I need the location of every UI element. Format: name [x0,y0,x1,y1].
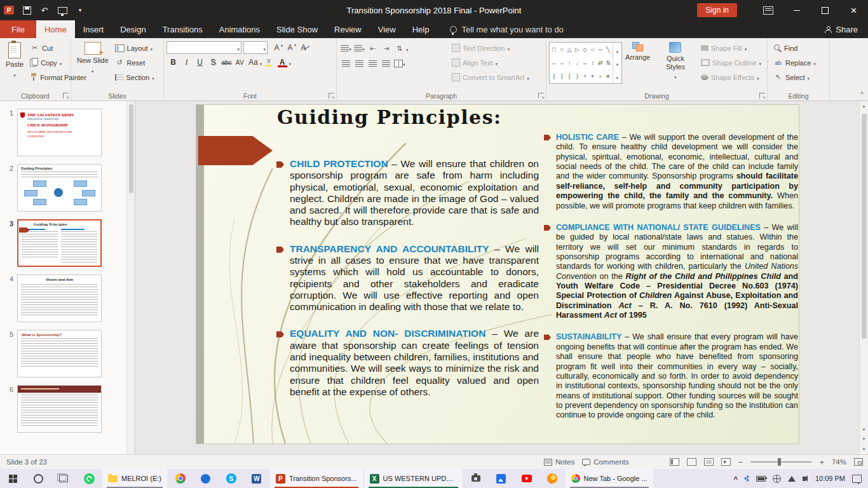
bullets-button[interactable] [339,42,353,55]
photos-button[interactable] [489,469,514,488]
camera-button[interactable] [463,469,489,488]
new-slide-button[interactable]: New Slide [74,40,112,76]
drawing-dialog-launcher[interactable] [759,93,765,98]
notification-center-icon[interactable] [852,475,862,483]
change-case-button[interactable]: Aa [247,56,260,69]
zoom-out-button[interactable]: − [738,458,743,467]
shapes-gallery[interactable]: □○△▷◇☆─╲ ←→↑↓↔↕⇄⇅ {}()+×=∗ [549,42,622,84]
shapes-scroll-up-icon[interactable] [616,44,620,55]
thumbnail-row-6[interactable]: 6 [6,385,122,433]
shape-option[interactable]: ↓ [576,60,579,66]
tab-file[interactable]: File [0,20,36,38]
paragraph-dialog-launcher[interactable] [538,93,544,98]
decrease-font-size-button[interactable]: A [283,41,297,54]
quick-styles-button[interactable]: Quick Styles [653,40,698,83]
normal-view-button[interactable] [670,458,679,466]
shape-option[interactable]: ) [576,73,578,79]
thumbnail-row-1[interactable]: 1 THE SALVATION ARMY PHILIPPINE TERRITOR… [6,109,122,156]
zoom-level[interactable]: 74% [832,458,846,466]
volume-icon[interactable] [803,477,806,481]
main-scrollbar[interactable] [859,101,868,454]
shape-option[interactable]: ⇅ [606,60,611,66]
tab-review[interactable]: Review [326,20,370,38]
align-center-button[interactable] [353,57,366,70]
powerpoint-taskbar-button[interactable]: Transition Sponsors... [270,469,363,488]
shape-option[interactable]: □ [552,46,555,53]
shape-option[interactable]: ○ [560,46,563,53]
notes-button[interactable]: Notes [544,458,574,466]
thumbnail-panel-scrollbar[interactable] [126,101,135,454]
search-button[interactable] [25,469,51,488]
fit-slide-to-window-button[interactable] [854,458,863,466]
text-shadow-button[interactable]: S [207,56,220,69]
zoom-slider-thumb[interactable] [778,458,781,466]
select-button[interactable]: Select [770,71,819,84]
scroll-down-icon[interactable] [860,444,868,454]
shape-option[interactable]: ∗ [606,73,611,79]
wifi-icon[interactable] [788,476,796,482]
slide-3[interactable]: Guiding Principles: CHILD PROTECTION – W… [196,105,799,444]
align-right-button[interactable] [366,57,379,70]
network-icon[interactable] [773,475,781,483]
reading-view-button[interactable] [704,458,714,466]
start-slideshow-button[interactable] [53,0,71,20]
maximize-button[interactable] [811,0,839,20]
tray-expand-icon[interactable] [733,473,737,484]
comments-button[interactable]: Comments [582,458,629,466]
section-button[interactable]: Section [112,71,158,84]
previous-slide-button[interactable] [860,424,868,434]
align-left-button[interactable] [339,57,353,70]
increase-font-size-button[interactable]: A [270,41,283,54]
chrome-window-button[interactable]: New Tab - Google ... [566,469,653,488]
youtube-button[interactable] [514,469,539,488]
paste-button[interactable]: Paste [3,40,27,80]
shape-outline-button[interactable]: Shape Outline [698,56,764,69]
shape-option[interactable]: ─ [599,46,602,53]
slide-left-column[interactable]: CHILD PROTECTION – We will ensure that c… [276,158,539,398]
tab-insert[interactable]: Insert [75,20,112,38]
text-direction-button[interactable]: Text Direction [449,41,532,55]
save-button[interactable] [18,0,36,20]
shape-fill-button[interactable]: Shape Fill [698,41,764,55]
slide-sorter-view-button[interactable] [687,458,696,466]
tab-help[interactable]: Help [404,20,438,38]
shape-effects-button[interactable]: Shape Effects [698,71,764,84]
start-button[interactable] [0,469,25,488]
scrollbar-thumb[interactable] [862,114,867,339]
shape-option[interactable]: + [583,73,587,79]
italic-button[interactable]: I [180,56,193,69]
character-spacing-button[interactable]: AV [233,56,247,69]
shape-option[interactable]: } [561,73,563,79]
shape-option[interactable]: ( [569,73,571,79]
slide-title[interactable]: Guiding Principles: [277,106,502,128]
replace-button[interactable]: Replace [770,56,819,69]
shape-option[interactable]: ← [552,60,557,66]
slide-thumbnail-4[interactable]: Vision and Aim [17,274,102,322]
numbering-button[interactable] [353,42,366,55]
word-button[interactable] [244,469,269,488]
collapse-ribbon-button[interactable] [860,91,864,98]
shape-option[interactable]: ↕ [591,60,594,66]
blue-app-button[interactable] [193,469,219,488]
slide-thumbnail-6[interactable] [17,385,102,433]
shape-option[interactable]: △ [567,46,572,53]
tab-home[interactable]: Home [36,20,75,38]
tab-slide-show[interactable]: Slide Show [268,20,326,38]
customize-quick-access-button[interactable] [71,0,89,20]
file-explorer-button[interactable]: MELROI (E:) [102,469,167,488]
undo-button[interactable] [36,0,53,20]
shape-option[interactable]: ◇ [583,46,587,53]
shape-option[interactable]: ╲ [606,46,609,53]
text-highlight-button[interactable] [262,56,276,69]
tab-animations[interactable]: Animations [211,20,268,38]
excel-taskbar-button[interactable]: US WESTERN UPDA... [364,469,463,488]
thumbnail-row-4[interactable]: 4 Vision and Aim [6,274,122,322]
shape-option[interactable]: → [559,60,565,66]
shape-option[interactable]: = [599,73,602,79]
whatsapp-button[interactable] [76,469,102,488]
line-spacing-button[interactable] [393,42,406,55]
slideshow-view-button[interactable] [721,458,731,466]
align-text-button[interactable]: Align Text [449,56,532,69]
slide-thumbnail-5[interactable]: What is Sponsorship? [17,330,102,377]
shapes-scroll-down-icon[interactable] [616,57,620,69]
